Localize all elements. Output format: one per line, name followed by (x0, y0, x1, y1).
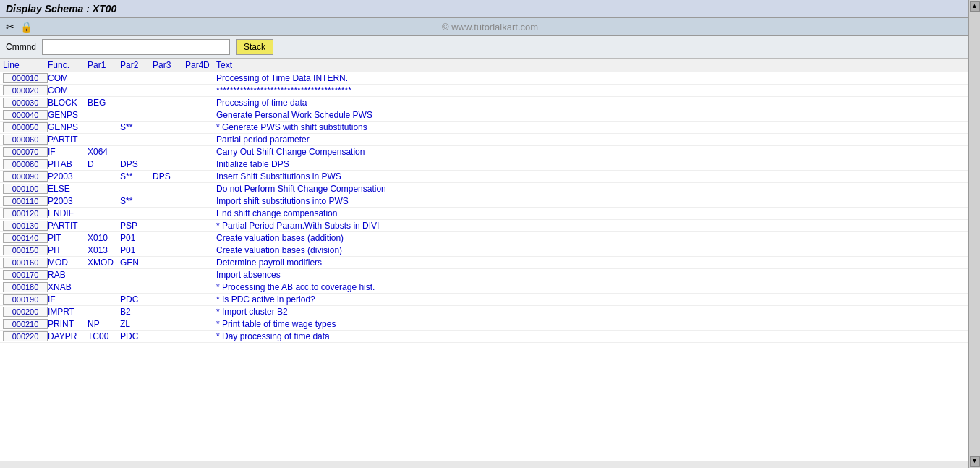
cell-par1: XMOD (88, 258, 120, 268)
cell-text: Carry Out Shift Change Compensation (216, 147, 977, 157)
cell-par2: DPS (120, 159, 153, 169)
table-row[interactable]: 000020 COM *****************************… (0, 85, 980, 97)
col-header-line[interactable]: Line (3, 60, 48, 70)
cell-text: Initialize table DPS (216, 159, 977, 169)
watermark: © www.tutorialkart.com (442, 22, 538, 33)
table-row[interactable]: 000140 PIT X010 P01 Create valuation bas… (0, 232, 980, 244)
cell-text: * Is PDC active in period? (216, 294, 977, 305)
cell-text: Processing of time data (216, 98, 977, 108)
scissors-icon[interactable]: ✂ (6, 21, 14, 33)
table-row[interactable]: 000010 COM Processing of Time Data INTER… (0, 72, 980, 85)
col-header-par4[interactable]: Par4 (185, 60, 203, 70)
cell-line: 000040 (3, 110, 48, 120)
table-row[interactable]: 000070 IF X064 Carry Out Shift Change Co… (0, 146, 980, 158)
col-header-func[interactable]: Func. (48, 60, 88, 70)
cell-func: ELSE (48, 184, 88, 194)
col-header-par3[interactable]: Par3 (153, 60, 185, 70)
table-row[interactable]: 000220 DAYPR TC00 PDC * Day processing o… (0, 331, 980, 343)
table-row[interactable]: 000210 PRINT NP ZL * Print table of time… (0, 318, 980, 331)
col-header-d[interactable]: D (203, 60, 216, 70)
cell-line: 000030 (3, 98, 48, 108)
table-row[interactable]: 000090 P2003 S** DPS Insert Shift Substi… (0, 171, 980, 183)
cell-par2: GEN (120, 258, 153, 268)
col-header-text[interactable]: Text (216, 60, 977, 70)
stack-button[interactable]: Stack (236, 39, 273, 55)
cell-func: BLOCK (48, 98, 88, 108)
table-row[interactable]: 000080 PITAB D DPS Initialize table DPS (0, 158, 980, 171)
cell-func: GENPS (48, 110, 88, 120)
cell-line: 000070 (3, 147, 48, 157)
cell-par2: PDC (120, 294, 153, 305)
toolbar: ✂ 🔒 © www.tutorialkart.com (0, 18, 980, 36)
rows-container: 000010 COM Processing of Time Data INTER… (0, 72, 980, 343)
table-row[interactable]: 000050 GENPS S** * Generate PWS with shi… (0, 122, 980, 134)
cell-text: Import shift substitutions into PWS (216, 196, 977, 206)
cell-line: 000090 (3, 171, 48, 182)
cell-func: PARTIT (48, 135, 88, 145)
col-header-par2[interactable]: Par2 (120, 60, 153, 70)
cell-func: PARTIT (48, 221, 88, 231)
scrollbar-right[interactable]: ▲ ▼ (968, 0, 980, 468)
cell-text: * Processing the AB acc.to coverage hist… (216, 282, 977, 292)
cell-line: 000140 (3, 233, 48, 243)
cell-func: PITAB (48, 159, 88, 169)
cell-par2: PDC (120, 331, 153, 341)
cell-par1: BEG (88, 98, 120, 108)
cell-par3: DPS (153, 171, 185, 182)
table-row[interactable]: 000150 PIT X013 P01 Create valuation bas… (0, 244, 980, 257)
table-row[interactable]: 000170 RAB Import absences (0, 269, 980, 281)
cell-text: Insert Shift Substitutions in PWS (216, 171, 977, 182)
cell-par2: S** (120, 171, 153, 182)
cell-line: 000210 (3, 319, 48, 329)
cell-text: Create valuation bases (division) (216, 245, 977, 255)
cell-par2: S** (120, 196, 153, 206)
scroll-up-button[interactable]: ▲ (970, 1, 980, 12)
cell-par2: P01 (120, 245, 153, 255)
title-text: Display Schema : XT00 (6, 3, 116, 14)
lock-icon[interactable]: 🔒 (20, 21, 33, 33)
command-bar: Cmmnd Stack (0, 36, 980, 59)
cell-line: 000100 (3, 184, 48, 194)
cell-func: MOD (48, 258, 88, 268)
table-row[interactable]: 000110 P2003 S** Import shift substituti… (0, 195, 980, 208)
cell-par2: P01 (120, 233, 153, 243)
scroll-down-button[interactable]: ▼ (970, 456, 980, 467)
table-row[interactable]: 000200 IMPRT B2 * Import cluster B2 (0, 306, 980, 318)
cell-func: PIT (48, 245, 88, 255)
command-label: Cmmnd (6, 42, 36, 52)
cell-text: Determine payroll modifiers (216, 258, 977, 268)
table-row[interactable]: 000060 PARTIT Partial period parameter (0, 134, 980, 146)
table-row[interactable]: 000120 ENDIF End shift change compensati… (0, 208, 980, 220)
cell-func: P2003 (48, 171, 88, 182)
cell-func: DAYPR (48, 331, 88, 341)
cell-line: 000110 (3, 196, 48, 206)
table-row[interactable]: 000160 MOD XMOD GEN Determine payroll mo… (0, 257, 980, 269)
cell-line: 000180 (3, 282, 48, 292)
cell-text: Create valuation bases (addition) (216, 233, 977, 243)
cell-line: 000190 (3, 294, 48, 305)
cell-text: **************************************** (216, 85, 977, 95)
cell-text: Partial period parameter (216, 135, 977, 145)
cell-func: GENPS (48, 122, 88, 132)
table-row[interactable]: 000040 GENPS Generate Personal Work Sche… (0, 109, 980, 122)
cell-func: COM (48, 85, 88, 95)
table-row[interactable]: 000180 XNAB * Processing the AB acc.to c… (0, 281, 980, 294)
cell-par2: B2 (120, 307, 153, 317)
cell-line: 000060 (3, 135, 48, 145)
col-header-par1[interactable]: Par1 (88, 60, 120, 70)
cell-line: 000170 (3, 270, 48, 280)
cell-func: ENDIF (48, 208, 88, 218)
cell-func: XNAB (48, 282, 88, 292)
table-row[interactable]: 000130 PARTIT PSP * Partial Period Param… (0, 220, 980, 232)
cell-par1: X013 (88, 245, 120, 255)
command-input[interactable] (42, 39, 230, 55)
cell-line: 000130 (3, 221, 48, 231)
cell-text: Import absences (216, 270, 977, 280)
table-row[interactable]: 000030 BLOCK BEG Processing of time data (0, 97, 980, 109)
cell-par2: ZL (120, 319, 153, 329)
cell-line: 000200 (3, 307, 48, 317)
cell-func: COM (48, 73, 88, 83)
table-row[interactable]: 000190 IF PDC * Is PDC active in period? (0, 294, 980, 306)
cell-par1: TC00 (88, 331, 120, 341)
table-row[interactable]: 000100 ELSE Do not Perform Shift Change … (0, 183, 980, 195)
